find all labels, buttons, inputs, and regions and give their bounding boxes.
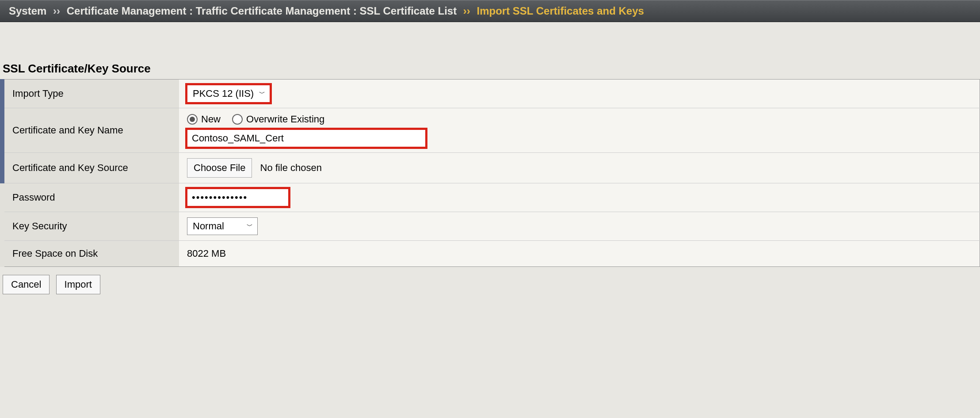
import-type-select[interactable]: PKCS 12 (IIS) ﹀ — [187, 85, 270, 103]
label-cert-key-name: Certificate and Key Name — [2, 108, 179, 153]
label-free-space: Free Space on Disk — [2, 241, 179, 267]
key-security-select[interactable]: Normal ﹀ — [187, 217, 258, 235]
breadcrumb: System ›› Certificate Management : Traff… — [0, 0, 980, 22]
label-key-security: Key Security — [2, 212, 179, 241]
key-security-value: Normal — [193, 220, 224, 232]
free-space-value: 8022 MB — [187, 248, 226, 259]
chevron-down-icon: ﹀ — [247, 222, 253, 230]
import-button[interactable]: Import — [56, 275, 100, 294]
breadcrumb-root[interactable]: System — [9, 5, 46, 17]
radio-overwrite-label: Overwrite Existing — [246, 114, 324, 125]
cert-key-name-input[interactable] — [187, 129, 426, 147]
radio-new-label: New — [201, 114, 221, 125]
file-chosen-status: No file chosen — [260, 162, 322, 173]
section-title: SSL Certificate/Key Source — [0, 62, 980, 79]
breadcrumb-separator-icon: ›› — [53, 5, 60, 17]
choose-file-button[interactable]: Choose File — [187, 158, 252, 178]
password-input[interactable] — [187, 189, 289, 206]
breadcrumb-path[interactable]: Certificate Management : Traffic Certifi… — [67, 5, 457, 17]
import-type-value: PKCS 12 (IIS) — [193, 88, 254, 99]
label-password: Password — [2, 183, 179, 212]
radio-overwrite[interactable] — [232, 114, 243, 125]
breadcrumb-current: Import SSL Certificates and Keys — [477, 5, 644, 17]
label-import-type: Import Type — [2, 80, 179, 108]
ssl-source-form: Import Type PKCS 12 (IIS) ﹀ Certificate … — [0, 79, 980, 267]
cancel-button[interactable]: Cancel — [3, 275, 50, 294]
chevron-down-icon: ﹀ — [259, 90, 265, 98]
label-cert-key-source: Certificate and Key Source — [2, 153, 179, 183]
breadcrumb-separator-icon: ›› — [463, 5, 470, 17]
radio-new[interactable] — [187, 114, 198, 125]
